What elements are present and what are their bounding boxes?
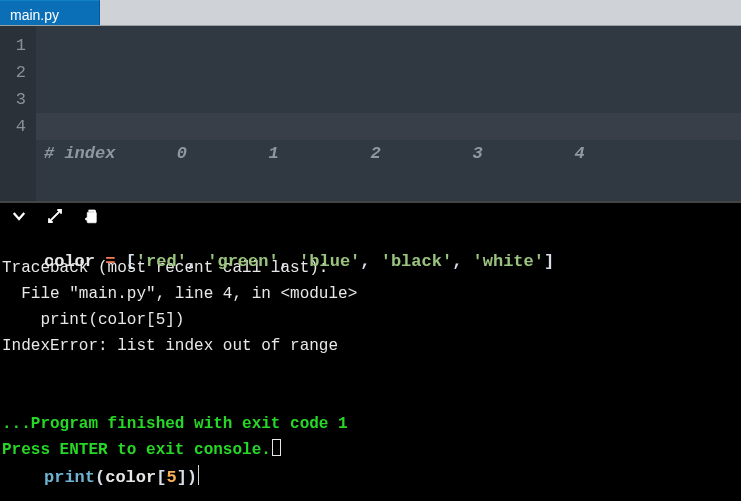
code-line: # index 0 1 2 3 4 (44, 140, 741, 167)
tab-bar: main.py (0, 0, 741, 26)
line-number-gutter: 1 2 3 4 (0, 26, 36, 201)
line-number: 1 (6, 32, 26, 59)
current-line-highlight (36, 113, 741, 140)
code-editor[interactable]: 1 2 3 4 # index 0 1 2 3 4 color = ['red'… (0, 26, 741, 201)
code-line: print(color[5]) (44, 464, 741, 491)
code-area[interactable]: # index 0 1 2 3 4 color = ['red', 'green… (36, 26, 741, 201)
line-number: 3 (6, 86, 26, 113)
line-number: 4 (6, 113, 26, 140)
text-cursor (198, 465, 199, 485)
code-line (44, 356, 741, 383)
line-number: 2 (6, 59, 26, 86)
collapse-icon[interactable] (10, 207, 28, 225)
code-line: color = ['red', 'green', 'blue', 'black'… (44, 248, 741, 275)
file-tab-label: main.py (10, 7, 59, 23)
file-tab-main-py[interactable]: main.py (0, 0, 100, 25)
